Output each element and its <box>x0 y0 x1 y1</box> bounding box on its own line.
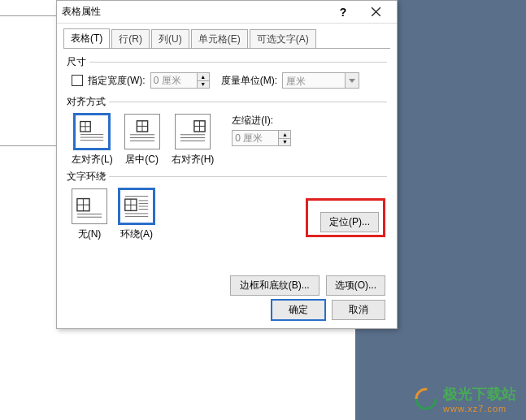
help-icon: ? <box>340 6 347 19</box>
tab-label: 表格(T) <box>71 32 102 44</box>
dialog-title: 表格属性 <box>62 5 327 19</box>
tab-panel-table: 尺寸 指定宽度(W): ▲ ▼ 度量单位(M): 厘米 对齐 <box>57 49 397 253</box>
positioning-button[interactable]: 定位(P)... <box>320 212 379 232</box>
measure-unit-label: 度量单位(M): <box>221 74 277 88</box>
group-label-size: 尺寸 <box>67 55 86 69</box>
wrap-around-option[interactable]: 环绕(A) <box>119 188 154 241</box>
tab-label: 列(U) <box>159 33 182 45</box>
tab-label: 单元格(E) <box>198 33 241 45</box>
watermark-subtext: www.xz7.com <box>443 404 516 414</box>
table-properties-dialog: 表格属性 ? 表格(T) 行(R) 列(U) 单元格(E) 可选文字(A) 尺寸… <box>56 0 398 329</box>
tab-alt-text[interactable]: 可选文字(A) <box>250 29 316 49</box>
pref-width-checkbox[interactable] <box>72 75 83 86</box>
align-center-caption: 居中(C) <box>125 153 159 167</box>
options-button-label: 选项(O)... <box>335 279 376 291</box>
dialog-actions: 确定 取消 <box>272 300 385 320</box>
left-indent-block: 左缩进(I): ▲ ▼ <box>232 114 291 146</box>
ok-label: 确定 <box>289 304 308 315</box>
group-label-wrap: 文字环绕 <box>67 170 106 184</box>
align-left-icon <box>74 114 110 149</box>
pref-width-input[interactable] <box>150 72 198 89</box>
watermark-text: 极光下载站 <box>443 384 516 404</box>
borders-shading-button[interactable]: 边框和底纹(B)... <box>230 275 320 296</box>
wrap-none-icon <box>72 188 107 224</box>
align-center-icon <box>124 114 160 149</box>
wrap-around-caption: 环绕(A) <box>120 227 153 241</box>
group-rule <box>89 62 387 63</box>
spinner-down-icon[interactable]: ▼ <box>279 139 290 146</box>
alignment-options-row: 左对齐(L) 居中(C) <box>67 109 387 170</box>
tab-column[interactable]: 列(U) <box>151 29 189 49</box>
align-right-option[interactable]: 右对齐(H) <box>172 114 215 167</box>
align-center-option[interactable]: 居中(C) <box>124 114 160 167</box>
align-right-icon <box>175 114 211 149</box>
positioning-button-label: 定位(P)... <box>329 216 370 227</box>
secondary-buttons-row: 边框和底纹(B)... 选项(O)... <box>230 275 385 296</box>
group-label-alignment: 对齐方式 <box>67 95 106 109</box>
measure-unit-value: 厘米 <box>282 72 346 89</box>
options-button[interactable]: 选项(O)... <box>326 275 385 296</box>
size-row: 指定宽度(W): ▲ ▼ 度量单位(M): 厘米 <box>67 69 387 95</box>
dialog-titlebar: 表格属性 ? <box>57 1 397 24</box>
wrap-around-icon <box>119 188 154 224</box>
cancel-label: 取消 <box>349 304 368 315</box>
chevron-down-icon[interactable] <box>346 72 359 89</box>
spinner-up-icon[interactable]: ▲ <box>198 73 209 81</box>
borders-shading-label: 边框和底纹(B)... <box>240 279 310 291</box>
svg-marker-2 <box>349 79 355 83</box>
align-left-caption: 左对齐(L) <box>72 153 113 167</box>
watermark-swirl-icon <box>414 387 438 411</box>
left-indent-label: 左缩进(I): <box>232 114 291 128</box>
tab-bar: 表格(T) 行(R) 列(U) 单元格(E) 可选文字(A) <box>57 24 397 48</box>
help-button[interactable]: ? <box>327 1 359 24</box>
tab-label: 可选文字(A) <box>257 33 309 45</box>
wrap-none-caption: 无(N) <box>78 227 102 241</box>
align-right-caption: 右对齐(H) <box>172 153 215 167</box>
cancel-button[interactable]: 取消 <box>332 300 385 320</box>
watermark-logo: 极光下载站 www.xz7.com <box>414 384 516 414</box>
measure-unit-dropdown[interactable]: 厘米 <box>282 72 359 89</box>
ok-button[interactable]: 确定 <box>272 300 325 320</box>
close-icon <box>372 7 380 16</box>
left-indent-spinner[interactable]: ▲ ▼ <box>232 130 291 146</box>
background-table-fragment <box>0 0 57 162</box>
spinner-down-icon[interactable]: ▼ <box>198 81 209 89</box>
pref-width-spinner[interactable]: ▲ ▼ <box>150 72 210 89</box>
close-button[interactable] <box>359 1 392 24</box>
tab-table[interactable]: 表格(T) <box>63 28 110 48</box>
tab-row[interactable]: 行(R) <box>111 29 150 49</box>
tab-cell[interactable]: 单元格(E) <box>191 29 248 49</box>
group-rule <box>109 176 387 177</box>
left-indent-input[interactable] <box>232 130 279 146</box>
wrap-none-option[interactable]: 无(N) <box>72 188 107 241</box>
tab-label: 行(R) <box>119 33 142 45</box>
align-left-option[interactable]: 左对齐(L) <box>72 114 113 167</box>
group-rule <box>109 102 387 102</box>
pref-width-label: 指定宽度(W): <box>88 74 146 88</box>
spinner-up-icon[interactable]: ▲ <box>279 131 290 139</box>
